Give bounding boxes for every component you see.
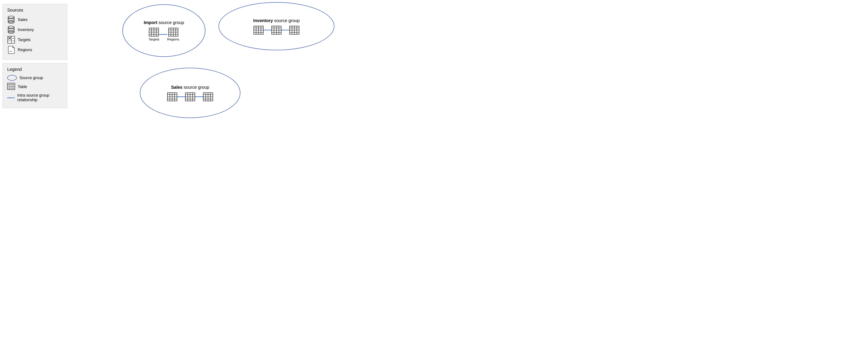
legend-line-icon <box>7 97 14 98</box>
inventory-source-group: Inventory source group <box>219 2 334 50</box>
inventory-group-title: Inventory source group <box>253 18 300 23</box>
legend-item-table: Table <box>7 83 63 91</box>
import-tables: Targets Regions <box>149 28 179 41</box>
legend-table-icon <box>7 83 15 91</box>
table-icon <box>271 26 281 35</box>
sources-panel: Sources Sales <box>3 4 67 60</box>
import-connector <box>159 34 167 35</box>
sales-connector-2 <box>195 96 203 97</box>
inventory-connector-1 <box>264 30 271 30</box>
legend-oval-icon <box>7 75 17 81</box>
source-label-sales: Sales <box>18 18 28 22</box>
svg-text:csv: csv <box>9 50 12 52</box>
table-icon <box>149 28 159 36</box>
sales-group-title: Sales source group <box>171 85 209 90</box>
source-item-regions: csv Regions <box>7 46 63 54</box>
legend-label-source-group: Source group <box>20 75 43 80</box>
database-icon-inventory <box>7 26 15 34</box>
import-table-targets: Targets <box>149 28 159 41</box>
sources-title: Sources <box>7 8 63 13</box>
diagram-area: Import source group Targets <box>70 0 434 173</box>
sales-source-group: Sales source group <box>140 68 240 118</box>
excel-icon-targets <box>7 36 15 44</box>
source-item-inventory: Inventory <box>7 26 63 34</box>
inventory-connector-2 <box>281 30 289 30</box>
legend-label-relationship: Intra source group relationship <box>17 93 63 102</box>
import-group-title: Import source group <box>144 20 184 25</box>
source-item-sales: Sales <box>7 16 63 24</box>
svg-point-0 <box>8 16 14 18</box>
table-icon <box>289 26 299 35</box>
source-item-targets: Targets <box>7 36 63 44</box>
import-table-regions: Regions <box>167 28 179 41</box>
legend-item-relationship: Intra source group relationship <box>7 93 63 102</box>
legend-item-source-group: Source group <box>7 75 63 81</box>
legend-title: Legend <box>7 67 63 72</box>
database-icon-sales <box>7 16 15 24</box>
legend-label-table: Table <box>18 85 27 89</box>
table-icon <box>185 92 195 101</box>
source-label-targets: Targets <box>18 38 31 42</box>
table-icon <box>167 92 177 101</box>
import-source-group: Import source group Targets <box>122 4 206 57</box>
csv-icon-regions: csv <box>7 46 15 54</box>
legend-panel: Legend Source group Table <box>3 63 67 108</box>
table-icon <box>203 92 213 101</box>
source-label-inventory: Inventory <box>18 28 34 32</box>
sales-tables <box>167 92 213 101</box>
left-panel: Sources Sales <box>0 0 70 173</box>
svg-point-4 <box>8 26 14 28</box>
inventory-tables <box>253 26 299 35</box>
table-icon <box>168 28 178 36</box>
sales-connector-1 <box>177 96 185 97</box>
table-icon <box>253 26 264 35</box>
import-regions-label: Regions <box>167 37 179 41</box>
source-label-regions: Regions <box>18 48 32 52</box>
import-target-label: Targets <box>149 37 159 41</box>
